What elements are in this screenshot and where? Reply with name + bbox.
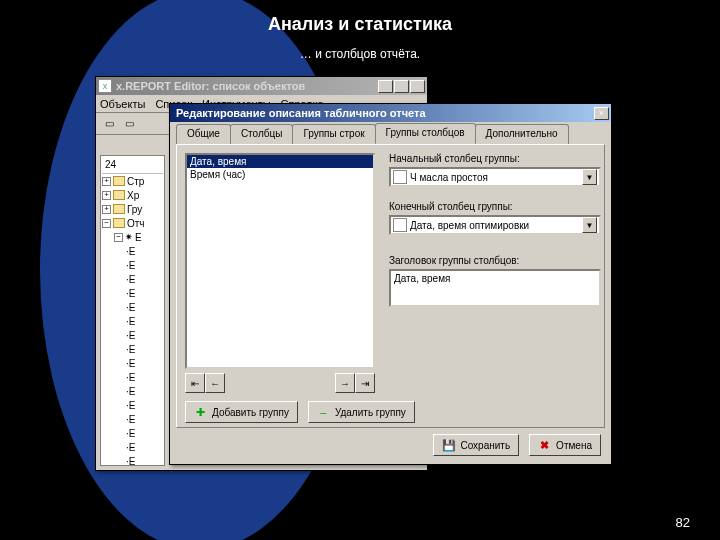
start-column-value: Ч масла простоя bbox=[410, 172, 582, 183]
tree-panel[interactable]: 24 +Стр +Хр +Гру −Отч −✷Е ·E ·E ·E ·E ·E… bbox=[100, 155, 165, 466]
tree-leaf[interactable]: ·E bbox=[102, 426, 163, 440]
chevron-down-icon[interactable]: ▼ bbox=[582, 217, 597, 233]
tree-item: −Отч bbox=[102, 216, 163, 230]
dialog-title: Редактирование описания табличного отчет… bbox=[172, 107, 594, 119]
expand-icon[interactable]: + bbox=[102, 177, 111, 186]
toolbar-btn-2[interactable]: ▭ bbox=[120, 115, 138, 133]
delete-group-button[interactable]: – Удалить группу bbox=[308, 401, 415, 423]
tree-item: +Гру bbox=[102, 202, 163, 216]
dialog-titlebar[interactable]: Редактирование описания табличного отчет… bbox=[170, 104, 611, 122]
move-right-button[interactable]: → bbox=[335, 373, 355, 393]
maximize-button[interactable]: □ bbox=[394, 80, 409, 93]
save-icon: 💾 bbox=[442, 439, 455, 452]
tab-general[interactable]: Общие bbox=[176, 124, 231, 144]
minus-icon: – bbox=[317, 406, 330, 419]
parent-titlebar[interactable]: x x.REPORT Editor: список объектов _ □ × bbox=[96, 77, 427, 95]
collapse-icon[interactable]: − bbox=[102, 219, 111, 228]
tree-header: 24 bbox=[102, 158, 163, 174]
move-first-button[interactable]: ⇤ bbox=[185, 373, 205, 393]
menu-objects[interactable]: Объекты bbox=[100, 98, 145, 110]
tree-leaf[interactable]: ·E bbox=[102, 356, 163, 370]
tree-leaf[interactable]: ·E bbox=[102, 398, 163, 412]
header-textfield[interactable]: Дата, время bbox=[389, 269, 601, 307]
tab-page: Дата, время Время (час) ⇤ ← → ⇥ Начальны… bbox=[176, 144, 605, 428]
cancel-button[interactable]: ✖ Отмена bbox=[529, 434, 601, 456]
field-icon bbox=[393, 218, 407, 232]
add-group-button[interactable]: ✚ Добавить группу bbox=[185, 401, 298, 423]
expand-icon[interactable]: + bbox=[102, 205, 111, 214]
tree-leaf[interactable]: ·E bbox=[102, 384, 163, 398]
toolbar-btn-1[interactable]: ▭ bbox=[100, 115, 118, 133]
tab-columns[interactable]: Столбцы bbox=[230, 124, 294, 144]
parent-title: x.REPORT Editor: список объектов bbox=[116, 80, 378, 92]
chevron-down-icon[interactable]: ▼ bbox=[582, 169, 597, 185]
close-button[interactable]: × bbox=[410, 80, 425, 93]
end-column-value: Дата, время оптимировки bbox=[410, 220, 582, 231]
start-column-dropdown[interactable]: Ч масла простоя ▼ bbox=[389, 167, 601, 187]
save-button[interactable]: 💾 Сохранить bbox=[433, 434, 519, 456]
header-value: Дата, время bbox=[394, 273, 450, 284]
tree-item: +Стр bbox=[102, 174, 163, 188]
end-column-label: Конечный столбец группы: bbox=[389, 201, 513, 212]
list-item[interactable]: Время (час) bbox=[187, 168, 373, 181]
tree-item: +Хр bbox=[102, 188, 163, 202]
tab-strip: Общие Столбцы Группы строк Группы столбц… bbox=[176, 124, 605, 144]
tree-leaf[interactable]: ·E bbox=[102, 342, 163, 356]
tree-item: −✷Е bbox=[102, 230, 163, 244]
tree-leaf[interactable]: ·E bbox=[102, 412, 163, 426]
page-number: 82 bbox=[676, 515, 690, 530]
minimize-button[interactable]: _ bbox=[378, 80, 393, 93]
tab-row-groups[interactable]: Группы строк bbox=[292, 124, 375, 144]
tab-additional[interactable]: Дополнительно bbox=[475, 124, 569, 144]
collapse-icon[interactable]: − bbox=[114, 233, 123, 242]
dialog-window: Редактирование описания табличного отчет… bbox=[169, 103, 612, 465]
slide-title: Анализ и статистика bbox=[0, 14, 720, 35]
tree-leaf[interactable]: ·E bbox=[102, 440, 163, 454]
slide-subtitle: … и столбцов отчёта. bbox=[0, 47, 720, 61]
tree-leaf[interactable]: ·E bbox=[102, 272, 163, 286]
expand-icon[interactable]: + bbox=[102, 191, 111, 200]
folder-icon bbox=[113, 176, 125, 186]
tree-leaf[interactable]: ·E bbox=[102, 314, 163, 328]
tab-column-groups[interactable]: Группы столбцов bbox=[375, 123, 476, 144]
tree-leaf[interactable]: ·E bbox=[102, 370, 163, 384]
tree-leaf[interactable]: ·E bbox=[102, 286, 163, 300]
folder-icon bbox=[113, 218, 125, 228]
tree-leaf[interactable]: ·E bbox=[102, 244, 163, 258]
tree-leaf[interactable]: ·E bbox=[102, 258, 163, 272]
group-listbox[interactable]: Дата, время Время (час) bbox=[185, 153, 375, 369]
header-label: Заголовок группы столбцов: bbox=[389, 255, 519, 266]
folder-icon bbox=[113, 190, 125, 200]
tree-leaf[interactable]: ·E bbox=[102, 454, 163, 466]
field-icon bbox=[393, 170, 407, 184]
tree-leaf[interactable]: ·E bbox=[102, 328, 163, 342]
app-icon: x bbox=[98, 79, 112, 93]
list-item[interactable]: Дата, время bbox=[187, 155, 373, 168]
start-column-label: Начальный столбец группы: bbox=[389, 153, 520, 164]
move-left-button[interactable]: ← bbox=[205, 373, 225, 393]
move-last-button[interactable]: ⇥ bbox=[355, 373, 375, 393]
close-button[interactable]: × bbox=[594, 107, 609, 120]
plus-icon: ✚ bbox=[194, 406, 207, 419]
end-column-dropdown[interactable]: Дата, время оптимировки ▼ bbox=[389, 215, 601, 235]
tree-leaf[interactable]: ·E bbox=[102, 300, 163, 314]
folder-icon bbox=[113, 204, 125, 214]
close-icon: ✖ bbox=[538, 439, 551, 452]
